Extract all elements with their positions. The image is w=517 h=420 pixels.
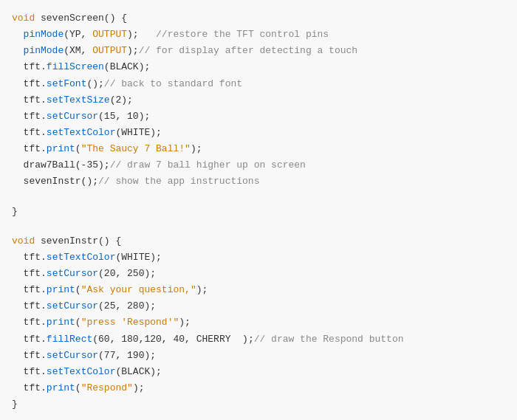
code-line: pinMode(XM, OUTPUT);// for display after… (0, 43, 517, 59)
code-text: (BLACK); (115, 366, 161, 377)
code-text: (60, 180,120, 40, CHERRY ); (92, 334, 253, 345)
code-line: tft.print("The Saucy 7 Ball!"); (0, 141, 517, 157)
method-name: setFont (47, 78, 87, 89)
code-line: tft.setCursor(15, 10); (0, 109, 517, 125)
code-text: ( (75, 382, 81, 393)
code-text: sevenInstr() { (35, 235, 121, 247)
object: tft. (24, 317, 47, 328)
constant: OUTPUT (92, 29, 127, 40)
code-text: ); (179, 317, 191, 328)
code-text: } (12, 399, 18, 410)
object: tft. (24, 143, 47, 154)
code-text: ); (127, 29, 150, 40)
method-name: fillRect (47, 334, 92, 345)
comment: //restore the TFT control pins (150, 29, 329, 40)
code-line: tft.setTextColor(WHITE); (0, 125, 517, 141)
code-text: ( (75, 143, 81, 154)
code-text: (); (86, 78, 103, 89)
method-name: print (47, 143, 75, 154)
code-text: (XM, (64, 45, 92, 56)
code-text: ); (196, 284, 208, 295)
method-name: print (47, 317, 75, 328)
comment: // draw the Respond button (254, 334, 404, 345)
method-name: setTextColor (47, 366, 116, 377)
object: tft. (24, 111, 47, 122)
code-text: sevenInstr(); (24, 176, 98, 187)
method-name: print (47, 284, 75, 295)
code-line: tft.setCursor(77, 190); (0, 348, 517, 364)
object: tft. (24, 382, 47, 393)
method-name: setTextColor (47, 252, 116, 263)
code-text: (BLACK); (104, 61, 150, 72)
method-name: setTextSize (47, 94, 110, 106)
code-line: } (0, 204, 517, 220)
code-text: (WHITE); (115, 252, 161, 263)
method-name: pinMode (24, 45, 64, 56)
object: tft. (24, 366, 47, 377)
code-line: tft.setTextColor(WHITE); (0, 249, 517, 266)
code-line: tft.fillRect(60, 180,120, 40, CHERRY );/… (0, 331, 517, 348)
code-text: (15, 10); (98, 111, 150, 122)
code-text: ); (133, 382, 145, 393)
code-line: sevenInstr();// show the app instruction… (0, 173, 517, 190)
string-literal: "press 'Respond'" (81, 317, 179, 328)
string-literal: "The Saucy 7 Ball!" (81, 143, 191, 154)
code-text: } (12, 206, 18, 217)
code-container: void sevenScreen() { pinMode(YP, OUTPUT)… (0, 0, 517, 420)
code-line: pinMode(YP, OUTPUT); //restore the TFT c… (0, 27, 517, 43)
object: tft. (24, 300, 47, 311)
code-line: tft.setCursor(25, 280); (0, 298, 517, 314)
object: tft. (24, 127, 47, 138)
code-text: ( (75, 317, 81, 328)
method-name: setCursor (47, 300, 98, 311)
code-line: void sevenScreen() { (0, 10, 517, 27)
code-line: void sevenInstr() { (0, 233, 517, 249)
object: tft. (24, 334, 47, 345)
code-text: (WHITE); (115, 127, 161, 138)
method-name: setCursor (47, 111, 98, 122)
object: tft. (24, 268, 47, 279)
code-text: ( (75, 284, 81, 295)
code-line: tft.fillScreen(BLACK); (0, 59, 517, 75)
method-name: pinMode (24, 29, 64, 40)
code-line: tft.setTextColor(BLACK); (0, 364, 517, 380)
comment: // for display after detecting a touch (139, 45, 357, 56)
code-block: void sevenScreen() { pinMode(YP, OUTPUT)… (0, 7, 517, 416)
object: tft. (24, 252, 47, 263)
code-text: (2); (110, 94, 133, 106)
object: tft. (24, 61, 47, 72)
code-line: draw7Ball(-35);// draw 7 ball higher up … (0, 157, 517, 173)
string-literal: "Ask your question," (81, 284, 196, 295)
code-line: tft.print("Respond"); (0, 380, 517, 396)
code-text: ); (127, 45, 139, 56)
code-line: } (0, 396, 517, 413)
code-text: draw7Ball(-35); (24, 159, 110, 171)
method-name: print (47, 382, 75, 393)
constant: OUTPUT (92, 45, 127, 56)
method-name: setCursor (47, 350, 98, 361)
comment: // show the app instructions (98, 176, 259, 187)
method-name: fillScreen (47, 61, 104, 72)
keyword: void (12, 235, 35, 247)
code-line: tft.setCursor(20, 250); (0, 266, 517, 282)
code-text: (25, 280); (98, 300, 156, 311)
code-text: (YP, (64, 29, 92, 40)
string-literal: "Respond" (81, 382, 133, 393)
object: tft. (24, 78, 47, 89)
comment: // draw 7 ball higher up on screen (110, 159, 306, 171)
method-name: setCursor (47, 268, 98, 279)
code-text: (20, 250); (98, 268, 156, 279)
object: tft. (24, 350, 47, 361)
method-name: setTextColor (47, 127, 116, 138)
code-text: ); (191, 143, 202, 154)
blank-line (0, 220, 517, 233)
code-line: tft.setFont();// back to standard font (0, 76, 517, 92)
code-text: (77, 190); (98, 350, 156, 361)
code-line: tft.print("Ask your question,"); (0, 282, 517, 298)
code-line: tft.print("press 'Respond'"); (0, 314, 517, 331)
comment: // back to standard font (104, 78, 242, 89)
keyword: void (12, 13, 35, 24)
blank-line (0, 190, 517, 204)
code-text: sevenScreen() { (35, 13, 127, 24)
code-line: tft.setTextSize(2); (0, 92, 517, 109)
